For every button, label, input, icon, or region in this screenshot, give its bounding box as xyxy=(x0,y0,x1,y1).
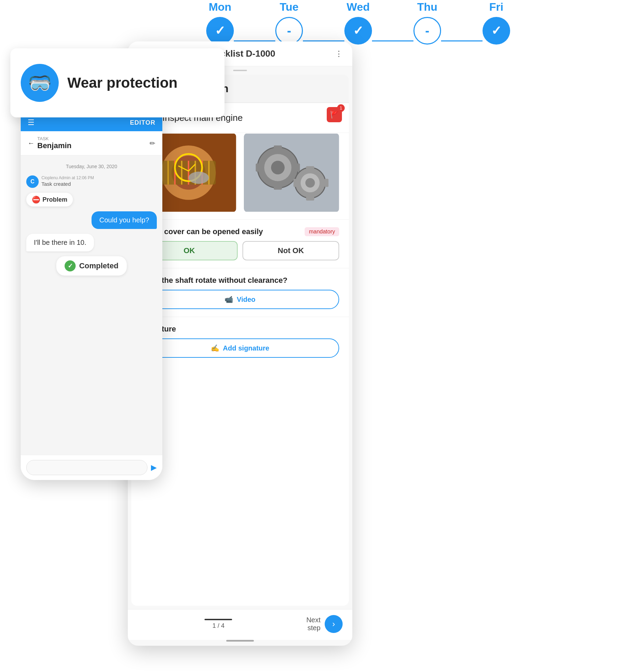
svg-point-12 xyxy=(189,172,209,184)
flag-icon: 🚩 1 xyxy=(327,107,342,122)
completed-icon: ✓ xyxy=(65,260,76,271)
svg-rect-18 xyxy=(274,184,282,190)
week-circle-wed[interactable]: ✓ xyxy=(344,17,372,45)
phone-chat: ☰ EDITOR ← TASK Benjamin ✏ Tuesday, June… xyxy=(21,100,162,480)
week-day-thu[interactable]: Thu - xyxy=(413,1,441,45)
next-label-line2: step xyxy=(306,624,321,632)
chat-system-message: C Cioplenu Admin at 12:06 PM Task create… xyxy=(26,175,157,188)
tablet-more-button[interactable]: ⋮ xyxy=(335,49,343,58)
ok-not-ok-row: OK Not OK xyxy=(141,241,339,260)
problem-label: Problem xyxy=(42,196,67,203)
completed-label: Completed xyxy=(79,261,118,270)
engine-images-row xyxy=(131,133,349,219)
svg-rect-24 xyxy=(306,166,315,170)
flag-badge: 1 xyxy=(337,104,345,112)
week-day-fri[interactable]: Fri ✓ xyxy=(483,1,510,45)
task-flag[interactable]: 🚩 1 xyxy=(327,107,342,122)
chat-body: Tuesday, June 30, 2020 C Cioplenu Admin … xyxy=(21,155,162,455)
svg-rect-17 xyxy=(274,145,282,151)
tablet-bottom-bar: 1 / 4 Next step › xyxy=(128,609,352,640)
week-circle-tue[interactable]: - xyxy=(275,17,303,45)
task-header-left: ← TASK Benjamin xyxy=(28,136,71,150)
tablet-home-indicator xyxy=(226,640,254,642)
week-day-label-thu: Thu xyxy=(417,1,438,13)
not-ok-button[interactable]: Not OK xyxy=(242,241,339,260)
next-label-line1: Next xyxy=(306,616,321,624)
week-day-label-wed: Wed xyxy=(347,1,370,13)
add-signature-button[interactable]: ✍ Add signature xyxy=(141,338,339,358)
chat-input[interactable] xyxy=(26,460,147,475)
svg-point-23 xyxy=(306,178,315,188)
task-name: Benjamin xyxy=(37,141,71,150)
svg-rect-25 xyxy=(306,196,315,201)
video-camera-icon: 📹 xyxy=(225,295,233,304)
signature-label: Signature xyxy=(141,325,339,334)
week-day-label-mon: Mon xyxy=(209,1,231,13)
signature-icon: ✍ xyxy=(211,344,219,352)
chat-bubble-reply: I'll be there in 10. xyxy=(26,234,94,251)
problem-exclaim-icon: ⛔ xyxy=(32,195,40,204)
week-circle-fri[interactable]: ✓ xyxy=(483,17,510,45)
task-section-label: TASK xyxy=(37,136,71,141)
tablet-content: Work instruction 1 Inspect main engine 🚩… xyxy=(131,75,349,606)
video-label: Video xyxy=(237,296,255,304)
shaft-rotate-section: Does the shaft rotate without clearance?… xyxy=(131,268,349,317)
chat-bubble-help: Could you help? xyxy=(92,211,157,229)
mandatory-badge: mandatory xyxy=(305,227,339,236)
engine-image-2 xyxy=(244,133,339,212)
week-line-3 xyxy=(372,40,413,41)
chat-msg-content: Cioplenu Admin at 12:06 PM Task created xyxy=(41,175,94,187)
motor-cover-check-item: Motor cover can be opened easily mandato… xyxy=(131,219,349,268)
problem-badge: ⛔ Problem xyxy=(26,193,73,207)
chat-admin-meta: Cioplenu Admin at 12:06 PM xyxy=(41,175,94,180)
progress-text: 1 / 4 xyxy=(137,622,299,630)
week-day-label-tue: Tue xyxy=(280,1,299,13)
week-circle-thu[interactable]: - xyxy=(413,17,441,45)
chat-input-bar: ▶ xyxy=(21,455,162,480)
chat-task-created: Task created xyxy=(41,181,94,187)
week-day-label-fri: Fri xyxy=(489,1,504,13)
svg-rect-20 xyxy=(295,163,300,172)
shaft-question-text: Does the shaft rotate without clearance? xyxy=(141,276,339,285)
svg-point-16 xyxy=(271,161,285,174)
check-item-label-row: Motor cover can be opened easily mandato… xyxy=(141,227,339,236)
week-day-wed[interactable]: Wed ✓ xyxy=(344,1,372,45)
phone-task-header: ← TASK Benjamin ✏ xyxy=(21,131,162,155)
hamburger-icon[interactable]: ☰ xyxy=(28,118,35,127)
chat-admin-avatar: C xyxy=(26,175,39,188)
tablet-scroll-indicator xyxy=(233,70,247,71)
next-step-label: Next step xyxy=(306,616,321,632)
next-step-group: Next step › xyxy=(306,615,343,633)
wear-avatar: 🥽 xyxy=(21,64,59,102)
wear-protection-card: 🥽 Wear protection xyxy=(10,48,225,117)
help-msg-text: Could you help? xyxy=(99,216,149,224)
svg-rect-26 xyxy=(294,179,298,187)
week-tracker: Mon ✓ Tue - Wed ✓ Thu - Fri ✓ xyxy=(121,0,595,45)
progress-bar-track xyxy=(204,619,232,620)
week-day-mon[interactable]: Mon ✓ xyxy=(206,1,234,45)
week-circle-mon[interactable]: ✓ xyxy=(206,17,234,45)
wear-avatar-icon: 🥽 xyxy=(28,72,52,94)
video-button[interactable]: 📹 Video xyxy=(141,290,339,309)
signature-section: Signature ✍ Add signature xyxy=(131,317,349,365)
edit-icon[interactable]: ✏ xyxy=(150,139,155,147)
reply-msg-text: I'll be there in 10. xyxy=(34,239,86,246)
editor-label: EDITOR xyxy=(130,119,155,126)
completed-badge: ✓ Completed xyxy=(56,256,127,276)
chat-date-divider: Tuesday, June 30, 2020 xyxy=(26,164,157,169)
svg-rect-27 xyxy=(325,179,329,187)
task-name-group: TASK Benjamin xyxy=(37,136,71,150)
week-line-4 xyxy=(441,40,483,41)
back-arrow-icon[interactable]: ← xyxy=(28,139,35,147)
week-day-tue[interactable]: Tue - xyxy=(275,1,303,45)
add-signature-label: Add signature xyxy=(223,344,269,352)
next-step-button[interactable]: › xyxy=(325,615,343,633)
progress-bar-container: 1 / 4 xyxy=(137,619,299,630)
wear-protection-title: Wear protection xyxy=(67,75,178,91)
svg-rect-19 xyxy=(256,163,261,172)
chat-send-button[interactable]: ▶ xyxy=(151,463,157,472)
